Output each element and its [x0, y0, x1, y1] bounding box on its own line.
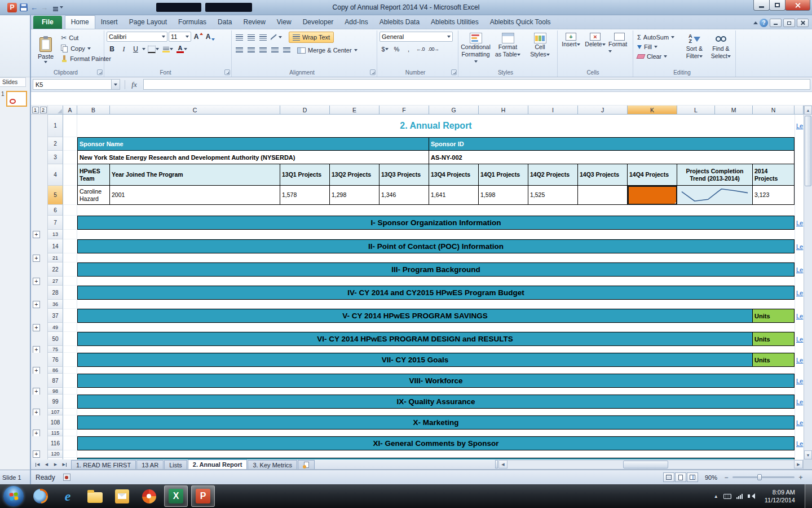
wrap-text-button[interactable]: Wrap Text [289, 32, 334, 43]
data-cell[interactable]: 1,298 [330, 186, 379, 205]
legend-link[interactable]: Le [795, 378, 803, 384]
tab-ablebits-quick-tools[interactable]: Ablebits Quick Tools [484, 16, 557, 29]
column-header[interactable]: A [63, 106, 77, 115]
horizontal-scroll-track[interactable] [508, 460, 794, 468]
autosum-button[interactable]: Σ AutoSum [636, 33, 680, 41]
underline-button[interactable]: U [130, 44, 141, 54]
horizontal-scroll-thumb[interactable] [623, 461, 668, 468]
next-sheet-button[interactable]: ▶ [51, 461, 60, 468]
row-header[interactable]: 2 [48, 137, 63, 151]
table-header-cell[interactable]: HPwES Team [77, 164, 110, 186]
row-header[interactable]: 7 [48, 216, 63, 230]
row-header[interactable]: 120 [48, 450, 63, 458]
row-header[interactable]: 21 [48, 253, 63, 262]
taskbar-internet-explorer-icon[interactable]: e [56, 485, 80, 507]
slide-thumbnail[interactable] [6, 91, 27, 107]
show-hidden-icons-button[interactable]: ▲ [714, 494, 718, 499]
row-header[interactable]: 107 [48, 409, 63, 415]
outline-expand-button[interactable]: + [33, 346, 40, 353]
powerpoint-window-edge[interactable]: Slides 1 Slide 1 [0, 15, 31, 484]
tab-insert[interactable]: Insert [95, 16, 123, 29]
row-header[interactable]: 116 [48, 436, 63, 450]
sheet-tab-read-me-first[interactable]: 1. READ ME FIRST [71, 460, 136, 469]
normal-view-button[interactable] [663, 472, 674, 482]
section-bar[interactable]: X- Marketing [77, 415, 795, 430]
increase-decimal-button[interactable]: ←.0 [415, 44, 426, 54]
data-cell[interactable]: 1,641 [429, 186, 479, 205]
align-left-button[interactable] [234, 45, 245, 55]
cell[interactable] [63, 216, 77, 230]
sheet-tab-lists[interactable]: Lists [164, 460, 187, 469]
grow-font-button[interactable]: A [192, 32, 203, 42]
cell[interactable] [77, 450, 795, 458]
outline-expand-button[interactable]: + [33, 255, 40, 262]
row-header[interactable]: 28 [48, 286, 63, 300]
table-header-cell[interactable]: 14Q3 Projects [578, 164, 628, 186]
cell[interactable] [63, 137, 77, 151]
align-center-button[interactable] [246, 45, 257, 55]
legend-link[interactable]: Le [795, 122, 803, 129]
selected-cell-K5[interactable] [628, 186, 677, 205]
data-cell[interactable]: 1,578 [280, 186, 330, 205]
section-bar[interactable]: VII- CY 2015 Goals [77, 353, 753, 367]
tab-add-ins[interactable]: Add-Ins [339, 16, 373, 29]
legend-link[interactable]: Le [795, 266, 803, 273]
column-header[interactable]: N [753, 106, 795, 115]
tab-page-layout[interactable]: Page Layout [123, 16, 173, 29]
taskbar-clock[interactable]: 8:09 AM 11/12/2014 [765, 488, 795, 505]
sponsor-name-header-cell[interactable]: Sponsor Name [77, 137, 429, 151]
sheet-tab-13-ar[interactable]: 13 AR [136, 460, 164, 469]
data-cell[interactable] [578, 186, 628, 205]
paste-button[interactable]: Paste [34, 32, 57, 68]
sparkline-cell[interactable] [677, 186, 753, 205]
cell[interactable] [63, 450, 77, 458]
sponsor-name-cell[interactable]: New York State Energy Research and Devel… [77, 151, 429, 164]
cell[interactable] [63, 415, 77, 430]
taskbar-excel-icon[interactable]: X [164, 485, 188, 507]
column-header[interactable]: H [479, 106, 528, 115]
column-header[interactable]: I [528, 106, 578, 115]
scroll-down-button[interactable]: ▼ [804, 450, 812, 459]
increase-indent-button[interactable] [281, 45, 292, 55]
outline-expand-button[interactable]: + [33, 388, 40, 395]
percent-style-button[interactable]: % [391, 44, 402, 54]
tab-review[interactable]: Review [237, 16, 271, 29]
table-header-cell[interactable]: 2014 Projects [753, 164, 795, 186]
delete-cells-button[interactable]: × Delete [584, 32, 606, 68]
outline-expand-button[interactable]: + [33, 278, 40, 285]
show-desktop-button[interactable] [805, 484, 812, 508]
row-header[interactable]: 14 [48, 239, 63, 253]
cell[interactable] [63, 205, 77, 216]
zoom-out-button[interactable]: − [723, 474, 730, 481]
last-sheet-button[interactable]: ▶ [60, 461, 69, 468]
cell[interactable] [63, 430, 77, 436]
units-cell[interactable]: Units [753, 353, 795, 367]
vertical-scroll-thumb[interactable] [805, 116, 811, 186]
powerpoint-slides-panel-tab[interactable]: Slides [0, 77, 26, 87]
row-header[interactable]: 49 [48, 323, 63, 332]
first-sheet-button[interactable]: ◀ [33, 461, 42, 468]
table-header-cell[interactable]: 14Q4 Projects [628, 164, 677, 186]
macro-record-icon[interactable] [63, 474, 70, 481]
bold-button[interactable]: B [107, 44, 117, 54]
format-as-table-button[interactable]: Format as Table [493, 32, 523, 68]
row-header[interactable]: 37 [48, 309, 63, 323]
sheet-title-cell[interactable]: 2. Annual Report [77, 115, 795, 137]
fill-color-button[interactable] [161, 44, 174, 54]
align-bottom-button[interactable] [258, 32, 268, 42]
section-bar[interactable]: II- Point of Contact (POC) Information [77, 239, 795, 253]
network-tray-icon[interactable] [736, 494, 743, 499]
sheet-tab-annual-report[interactable]: 2. Annual Report [188, 459, 248, 469]
table-header-cell[interactable]: 13Q2 Projects [330, 164, 379, 186]
borders-button[interactable] [147, 44, 160, 54]
table-header-cell[interactable]: Year Joined The Program [110, 164, 280, 186]
restore-button[interactable] [769, 0, 785, 11]
close-button[interactable] [785, 0, 810, 11]
outline-expand-button[interactable]: + [33, 450, 40, 458]
outline-expand-button[interactable]: + [33, 367, 40, 374]
decrease-decimal-button[interactable]: .00→ [427, 44, 440, 54]
tab-view[interactable]: View [271, 16, 297, 29]
row-header[interactable]: 86 [48, 367, 63, 374]
section-bar[interactable]: IX- Quality Assurance [77, 395, 795, 409]
cell[interactable] [77, 230, 795, 239]
